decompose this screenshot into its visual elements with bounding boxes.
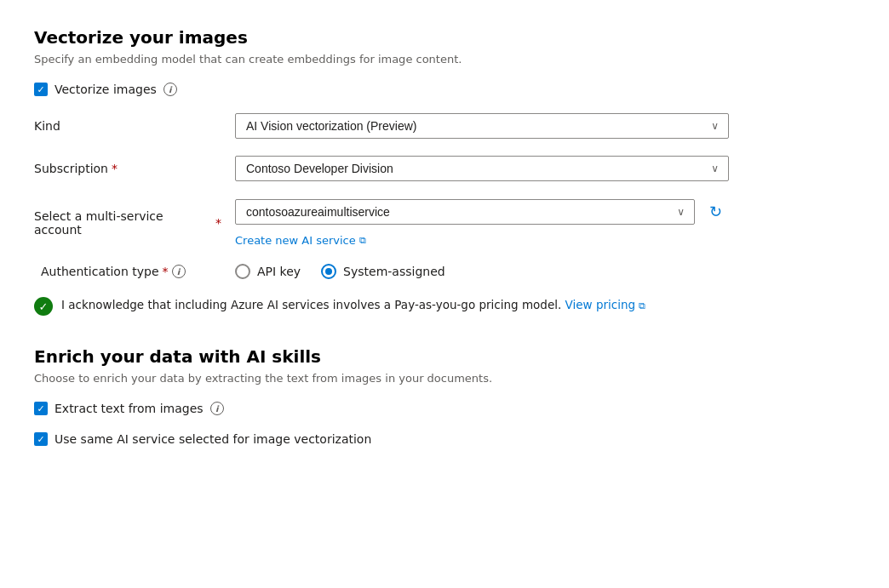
subscription-control-wrap: Contoso Developer Division ∨	[235, 156, 729, 181]
auth-system-assigned-label: System-assigned	[343, 265, 445, 278]
use-same-service-checkbox[interactable]: ✓	[34, 432, 48, 446]
use-same-check-icon: ✓	[37, 435, 44, 444]
refresh-button[interactable]: ↻	[702, 198, 729, 225]
enrich-title: Enrich your data with AI skills	[34, 346, 855, 367]
extract-text-row: ✓ Extract text from images i	[34, 402, 855, 415]
auth-system-assigned-radio[interactable]	[321, 264, 336, 279]
enrich-section: Enrich your data with AI skills Choose t…	[34, 346, 855, 446]
vectorize-images-info-icon[interactable]: i	[163, 83, 177, 96]
auth-system-assigned-radio-dot	[325, 268, 332, 275]
vectorize-images-checkbox[interactable]: ✓	[34, 83, 48, 96]
view-pricing-external-icon: ⧉	[639, 300, 645, 311]
vectorize-description: Specify an embedding model that can crea…	[34, 53, 855, 66]
multi-service-dropdown[interactable]: contosoazureaimultiservice	[235, 199, 695, 225]
subscription-dropdown[interactable]: Contoso Developer Division	[235, 156, 729, 181]
auth-radio-group: API key System-assigned	[235, 264, 445, 279]
use-same-service-row: ✓ Use same AI service selected for image…	[34, 432, 855, 446]
subscription-dropdown-wrapper: Contoso Developer Division ∨	[235, 156, 729, 181]
extract-text-info-icon[interactable]: i	[210, 402, 224, 415]
use-same-service-label: Use same AI service selected for image v…	[54, 432, 371, 446]
kind-control-wrap: AI Vision vectorization (Preview) ∨	[235, 113, 729, 139]
vectorize-section: Vectorize your images Specify an embeddi…	[34, 27, 855, 316]
multi-service-row: Select a multi-service account * contoso…	[34, 198, 855, 247]
vectorize-title: Vectorize your images	[34, 27, 855, 48]
view-pricing-label: View pricing	[565, 298, 636, 311]
vectorize-images-label: Vectorize images	[54, 83, 157, 96]
acknowledge-text: I acknowledge that including Azure AI se…	[61, 296, 645, 314]
acknowledge-text-content: I acknowledge that including Azure AI se…	[61, 298, 561, 311]
kind-dropdown[interactable]: AI Vision vectorization (Preview)	[235, 113, 729, 139]
vectorize-images-row: ✓ Vectorize images i	[34, 83, 855, 96]
create-link-text: Create new AI service	[235, 234, 356, 247]
auth-api-key-option[interactable]: API key	[235, 264, 301, 279]
subscription-label: Subscription *	[34, 162, 221, 175]
subscription-required-star: *	[112, 162, 118, 175]
extract-text-label: Extract text from images	[54, 402, 204, 415]
multi-service-dropdown-wrapper: contosoazureaimultiservice ∨	[235, 199, 695, 225]
auth-api-key-radio[interactable]	[235, 264, 250, 279]
multi-service-label: Select a multi-service account *	[34, 209, 221, 237]
auth-required-star: *	[163, 265, 169, 278]
multi-service-required-star: *	[215, 216, 221, 230]
acknowledge-check-icon: ✓	[39, 300, 49, 313]
auth-api-key-label: API key	[257, 265, 301, 278]
multi-service-control-wrap: contosoazureaimultiservice ∨ ↻ Create ne…	[235, 198, 729, 247]
kind-label: Kind	[34, 119, 221, 133]
enrich-description: Choose to enrich your data by extracting…	[34, 372, 855, 385]
extract-text-checkbox[interactable]: ✓	[34, 402, 48, 415]
view-pricing-link[interactable]: View pricing ⧉	[565, 298, 646, 311]
auth-type-row: Authentication type * i API key System-a…	[34, 264, 855, 279]
kind-row: Kind AI Vision vectorization (Preview) ∨	[34, 113, 855, 139]
create-new-ai-service-link[interactable]: Create new AI service ⧉	[235, 234, 366, 247]
check-icon: ✓	[37, 85, 44, 94]
multi-service-inner-row: contosoazureaimultiservice ∨ ↻	[235, 198, 729, 225]
subscription-row: Subscription * Contoso Developer Divisio…	[34, 156, 855, 181]
auth-info-icon[interactable]: i	[172, 265, 186, 278]
external-link-icon: ⧉	[359, 235, 366, 246]
auth-system-assigned-option[interactable]: System-assigned	[321, 264, 445, 279]
auth-type-label: Authentication type * i	[34, 265, 221, 278]
acknowledge-row: ✓ I acknowledge that including Azure AI …	[34, 296, 855, 316]
kind-dropdown-wrapper: AI Vision vectorization (Preview) ∨	[235, 113, 729, 139]
extract-check-icon: ✓	[37, 404, 44, 414]
acknowledge-check-circle: ✓	[34, 297, 53, 316]
